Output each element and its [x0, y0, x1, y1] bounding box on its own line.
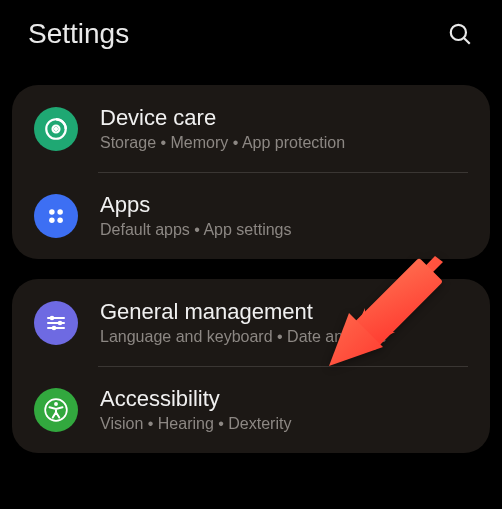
settings-group-2: General management Language and keyboard…	[12, 279, 490, 453]
device-care-icon	[34, 107, 78, 151]
item-text: General management Language and keyboard…	[100, 299, 468, 346]
item-text: Apps Default apps • App settings	[100, 192, 468, 239]
svg-point-16	[54, 402, 58, 406]
general-management-icon	[34, 301, 78, 345]
item-title: General management	[100, 299, 468, 325]
item-title: Apps	[100, 192, 468, 218]
svg-point-7	[49, 217, 55, 223]
item-text: Device care Storage • Memory • App prote…	[100, 105, 468, 152]
item-subtitle: Default apps • App settings	[100, 221, 468, 239]
svg-point-5	[49, 209, 55, 215]
item-subtitle: Language and keyboard • Date and time	[100, 328, 468, 346]
svg-point-0	[451, 25, 466, 40]
search-icon	[447, 21, 473, 47]
item-text: Accessibility Vision • Hearing • Dexteri…	[100, 386, 468, 433]
item-title: Device care	[100, 105, 468, 131]
svg-point-14	[52, 325, 57, 330]
settings-item-apps[interactable]: Apps Default apps • App settings	[12, 172, 490, 259]
svg-point-6	[57, 209, 63, 215]
svg-point-10	[50, 315, 55, 320]
settings-group-1: Device care Storage • Memory • App prote…	[12, 85, 490, 259]
settings-item-general-management[interactable]: General management Language and keyboard…	[12, 279, 490, 366]
apps-icon	[34, 194, 78, 238]
item-title: Accessibility	[100, 386, 468, 412]
svg-point-12	[58, 320, 63, 325]
accessibility-icon	[34, 388, 78, 432]
page-title: Settings	[28, 18, 129, 50]
settings-item-accessibility[interactable]: Accessibility Vision • Hearing • Dexteri…	[12, 366, 490, 453]
header: Settings	[0, 0, 502, 85]
svg-line-1	[464, 38, 470, 44]
search-button[interactable]	[446, 20, 474, 48]
settings-item-device-care[interactable]: Device care Storage • Memory • App prote…	[12, 85, 490, 172]
svg-point-8	[57, 217, 63, 223]
svg-point-4	[55, 127, 57, 129]
item-subtitle: Vision • Hearing • Dexterity	[100, 415, 468, 433]
item-subtitle: Storage • Memory • App protection	[100, 134, 468, 152]
